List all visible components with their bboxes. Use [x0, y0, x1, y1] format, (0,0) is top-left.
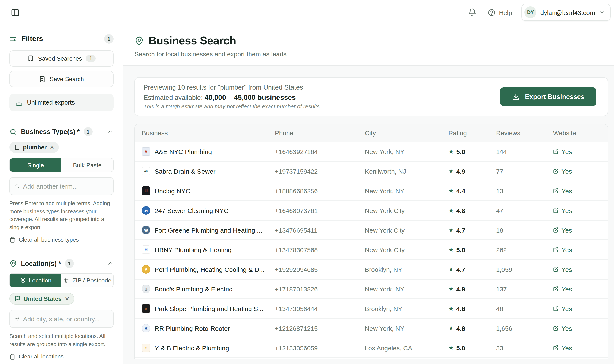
reviews-cell: 77 — [496, 168, 553, 175]
website-link[interactable]: Yes — [553, 148, 601, 155]
estimate-label: Estimated available: — [144, 94, 203, 101]
phone-cell: +16468073761 — [275, 207, 365, 214]
clear-business-types-button[interactable]: Clear all business types — [9, 236, 114, 243]
mode-single-tab[interactable]: Single — [10, 158, 62, 171]
saved-searches-label: Saved Searches — [38, 55, 82, 62]
sidebar-toggle-button[interactable] — [9, 7, 21, 18]
add-location-input[interactable] — [23, 315, 108, 322]
website-link[interactable]: Yes — [553, 168, 601, 175]
clear-locations-button[interactable]: Clear all locations — [9, 353, 114, 360]
phone-cell: +18886686256 — [275, 187, 365, 194]
column-header-city: City — [365, 129, 448, 137]
download-icon — [15, 99, 23, 106]
business-favicon: P — [142, 265, 150, 273]
locations-count-badge: 1 — [65, 259, 74, 268]
website-label: Yes — [561, 325, 572, 332]
table-row: U Unclog NYC +18886686256 New York, NY ★… — [135, 181, 608, 201]
phone-cell: +16463927164 — [275, 148, 365, 155]
rating-value: 4.7 — [456, 266, 465, 273]
website-link[interactable]: Yes — [553, 344, 601, 351]
business-type-chip: plumber ✕ — [9, 142, 59, 153]
remove-location-icon[interactable]: ✕ — [65, 296, 69, 301]
rating-cell: ★ 5.0 — [448, 148, 496, 155]
rating-cell: ★ 4.9 — [448, 285, 496, 293]
rating-cell: ★ 4.4 — [448, 187, 496, 194]
bookmark-check-icon — [39, 76, 46, 82]
website-link[interactable]: Yes — [553, 207, 601, 214]
phone-cell: +12133356059 — [275, 344, 365, 351]
business-name: Bond's Plumbing & Electric — [155, 285, 232, 293]
business-type-search-box — [9, 177, 114, 195]
business-favicon: W — [142, 226, 150, 234]
mode-bulk-paste-tab[interactable]: Bulk Paste — [62, 158, 113, 171]
city-cell: New York, NY — [365, 285, 448, 293]
rating-value: 4.4 — [456, 187, 465, 194]
star-icon: ★ — [448, 325, 454, 332]
table-row: 24 247 Sewer Cleaning NYC +16468073761 N… — [135, 201, 608, 221]
app-window: Help DY dylan@lead43.com Filters 1 Saved… — [0, 0, 614, 364]
table-row: R RR Plumbing Roto-Rooter +12126871215 N… — [135, 319, 608, 338]
external-link-icon — [553, 247, 559, 253]
table-row: H HBNY Plumbing & Heating +13478307568 N… — [135, 240, 608, 260]
mode-zip-tab[interactable]: ZIP / Postcode — [62, 273, 113, 287]
business-type-mode-toggle: Single Bulk Paste — [9, 158, 114, 172]
rating-value: 5.0 — [456, 344, 465, 351]
external-link-icon — [553, 227, 559, 233]
external-link-icon — [553, 325, 559, 331]
help-label: Help — [499, 9, 512, 16]
user-menu[interactable]: DY dylan@lead43.com — [521, 4, 611, 21]
star-icon: ★ — [448, 246, 454, 253]
mode-location-tab[interactable]: Location — [10, 273, 62, 287]
filters-sidebar: Filters 1 Saved Searches 1 Save Search U… — [0, 25, 123, 364]
export-businesses-button[interactable]: Export Businesses — [500, 88, 597, 106]
table-row: WIX Sabra Drain & Sewer +19737159422 Ken… — [135, 162, 608, 181]
business-favicon: A — [142, 147, 150, 156]
business-types-title: Business Type(s) * — [21, 128, 80, 135]
website-label: Yes — [561, 168, 572, 175]
business-type-chip-label: plumber — [23, 144, 47, 151]
business-name: Sabra Drain & Sewer — [155, 168, 215, 175]
website-label: Yes — [561, 246, 572, 253]
rating-cell: ★ 4.8 — [448, 207, 496, 214]
business-favicon: U — [142, 186, 150, 195]
save-search-button[interactable]: Save Search — [9, 71, 114, 87]
business-types-section-header[interactable]: Business Type(s) * 1 — [9, 119, 114, 136]
business-favicon: ✕ — [142, 304, 150, 313]
rating-cell: ★ 4.8 — [448, 325, 496, 332]
locations-section-header[interactable]: Location(s) * 1 — [9, 251, 114, 268]
city-cell: New York City — [365, 207, 448, 214]
help-button[interactable]: Help — [487, 8, 512, 16]
saved-searches-button[interactable]: Saved Searches 1 — [9, 50, 114, 66]
website-link[interactable]: Yes — [553, 305, 601, 312]
table-body: A A&E NYC Plumbing +16463927164 New York… — [135, 142, 608, 358]
notifications-button[interactable] — [468, 8, 476, 17]
external-link-icon — [553, 168, 559, 174]
rating-value: 4.7 — [456, 226, 465, 234]
business-name: Y & B Electric & Plumbing — [155, 344, 229, 351]
website-link[interactable]: Yes — [553, 266, 601, 273]
website-link[interactable]: Yes — [553, 187, 601, 194]
save-search-label: Save Search — [50, 76, 84, 82]
add-term-input[interactable] — [23, 182, 108, 190]
website-link[interactable]: Yes — [553, 226, 601, 234]
remove-business-type-icon[interactable]: ✕ — [50, 144, 54, 150]
rating-cell: ★ 5.0 — [448, 246, 496, 253]
table-row: B Bond's Plumbing & Electric +1718701382… — [135, 280, 608, 299]
phone-cell: +19737159422 — [275, 168, 365, 175]
reviews-cell: 13 — [496, 187, 553, 194]
business-name: Fort Greene Plumbing and Heating ... — [155, 226, 262, 234]
business-favicon: 24 — [142, 206, 150, 215]
bookmark-icon — [27, 55, 34, 62]
website-label: Yes — [561, 285, 572, 293]
website-link[interactable]: Yes — [553, 285, 601, 293]
trash-icon — [9, 237, 15, 243]
export-businesses-label: Export Businesses — [525, 93, 585, 101]
column-header-website: Website — [553, 129, 601, 137]
avatar: DY — [524, 6, 536, 18]
website-link[interactable]: Yes — [553, 325, 601, 332]
website-link[interactable]: Yes — [553, 246, 601, 253]
business-name: RR Plumbing Roto-Rooter — [155, 325, 230, 332]
location-chip: United States ✕ — [9, 293, 75, 305]
rating-value: 5.0 — [456, 246, 465, 253]
page-subtitle: Search for local businesses and export t… — [134, 50, 603, 58]
